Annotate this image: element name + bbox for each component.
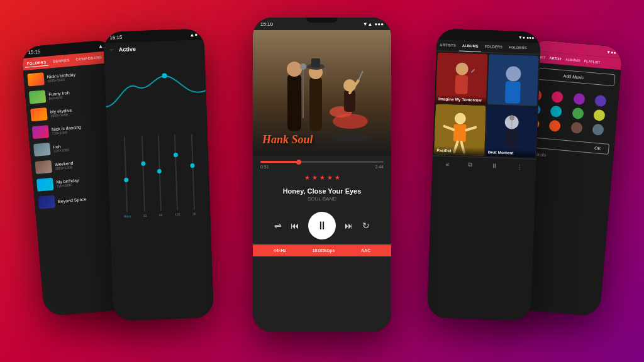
track-artist: SOUL BAND: [253, 196, 391, 202]
tab-folders-cr[interactable]: FOLDERS: [481, 41, 506, 53]
svg-rect-20: [455, 75, 468, 94]
layers-icon[interactable]: ⧉: [468, 161, 472, 168]
bitrate: 10335kbps: [313, 248, 335, 253]
progress-thumb[interactable]: [296, 160, 301, 165]
tab-albums[interactable]: ALBUMS: [459, 40, 482, 52]
color-deep-purple[interactable]: [594, 95, 607, 107]
next-button[interactable]: ⏭: [345, 221, 353, 231]
time-cl: 15:15: [109, 34, 122, 40]
thumb-dancing: [32, 125, 50, 139]
audio-quality: 44kHz: [274, 248, 286, 253]
thumb-skydive: [30, 107, 48, 121]
svg-rect-27: [453, 124, 467, 142]
phones-container: 15:15 ▲ ● FOLDERS GENRES COMPOSERS P Nic…: [20, 11, 624, 351]
tab-artist2[interactable]: ARTIST: [547, 55, 564, 62]
tab-folders2[interactable]: FOLDERS: [506, 42, 530, 53]
svg-rect-34: [504, 129, 518, 148]
star-rating[interactable]: ★ ★ ★ ★ ★: [253, 170, 391, 185]
format: AAC: [361, 248, 370, 253]
svg-rect-24: [504, 81, 520, 104]
thumb-weekend: [35, 160, 52, 174]
time-current: 0:51: [260, 165, 269, 169]
tab-artists[interactable]: ARTISTS: [436, 40, 459, 51]
repeat-button[interactable]: ↻: [362, 221, 370, 231]
svg-point-0: [162, 73, 167, 78]
eq-curve-area: [104, 53, 207, 126]
color-blue-grey[interactable]: [592, 124, 604, 136]
color-pink[interactable]: [552, 91, 564, 104]
color-lime[interactable]: [593, 109, 606, 122]
color-cyan[interactable]: [550, 106, 563, 118]
phone-center-right-screen: ▼● ●●● ARTISTS ALBUMS FOLDERS FOLDERS: [427, 28, 541, 321]
progress-times: 0:51 2:44: [260, 165, 384, 169]
star-4[interactable]: ★: [327, 174, 333, 181]
album-name-beat: Beat Moment: [488, 150, 533, 155]
album-bottom-bar: ≡ ⧉ ⏸ ⋮: [432, 155, 536, 175]
album-item-pacifist[interactable]: Pacifist: [434, 104, 486, 156]
phone-center-left: 15:15 ▲● ← Active: [103, 28, 214, 321]
svg-point-10: [287, 62, 302, 77]
add-music-button[interactable]: Add Music: [531, 67, 615, 86]
progress-bar[interactable]: [260, 161, 384, 163]
album-grid: Imagine My Tomorrow: [433, 51, 540, 159]
progress-fill: [260, 161, 297, 163]
star-3[interactable]: ★: [319, 174, 325, 181]
color-deep-orange[interactable]: [549, 120, 562, 133]
phone-center: 15:10 ▼▲ ●●●: [253, 18, 391, 332]
album-name-imagine: Imagine My Tomorrow: [438, 96, 484, 102]
tab-folders[interactable]: FOLDERS: [25, 59, 48, 68]
phone-center-right: ▼● ●●● ARTISTS ALBUMS FOLDERS FOLDERS: [427, 28, 541, 321]
thumb-iroh: [33, 143, 51, 156]
player-time: 15:10: [260, 21, 273, 27]
album-art-text: Hank Soul: [262, 133, 313, 146]
tab-composers[interactable]: COMPOSERS: [74, 54, 104, 63]
thumb-birthday: [27, 72, 45, 86]
svg-line-35: [511, 119, 512, 129]
album-art: Hank Soul: [253, 30, 391, 156]
time-left: 15:15: [28, 48, 41, 55]
shuffle-button[interactable]: ⇌: [274, 221, 282, 231]
phone-center-left-screen: 15:15 ▲● ← Active: [103, 28, 214, 321]
star-2[interactable]: ★: [312, 174, 318, 181]
track-title: Honey, Close Your Eyes: [253, 187, 391, 195]
svg-rect-13: [309, 77, 322, 131]
eq-sliders-area: Bass 31 62: [106, 122, 211, 229]
dots-icon[interactable]: ⋮: [516, 163, 523, 170]
previous-button[interactable]: ⏮: [291, 221, 299, 231]
progress-bar-container[interactable]: 0:51 2:44: [253, 156, 391, 170]
menu-icon[interactable]: ≡: [445, 160, 449, 167]
track-info: Honey, Close Your Eyes SOUL BAND: [253, 185, 391, 204]
album-art-container: Hank Soul: [253, 30, 391, 156]
tab-playlist[interactable]: PLAYLIST: [582, 58, 602, 66]
album-item-empty[interactable]: [487, 54, 538, 106]
color-purple[interactable]: [573, 93, 586, 106]
star-5[interactable]: ★: [335, 174, 340, 181]
thumb-funny: [29, 90, 47, 104]
notch: [306, 18, 338, 23]
player-meta: 44kHz 10335kbps AAC: [253, 244, 391, 256]
color-brown[interactable]: [570, 122, 583, 134]
pause-button[interactable]: ⏸: [308, 212, 336, 239]
tab-albums-right[interactable]: ALBUMS: [564, 56, 582, 64]
svg-rect-16: [311, 58, 320, 67]
thumb-beyond: [38, 195, 55, 209]
color-green[interactable]: [572, 107, 584, 120]
star-1[interactable]: ★: [304, 174, 310, 181]
tab-genres[interactable]: GENRES: [50, 57, 72, 65]
album-name-pacifist: Pacifist: [436, 148, 482, 153]
back-icon[interactable]: ←: [109, 46, 115, 53]
pause-icon: ⏸: [316, 219, 328, 233]
thumb-my-birthday: [36, 178, 54, 192]
eq-title: Active: [119, 46, 136, 53]
album-item-beat[interactable]: Beat Moment: [486, 106, 537, 158]
svg-rect-9: [287, 74, 301, 131]
svg-point-2: [331, 132, 369, 142]
pause-small-icon[interactable]: ⏸: [491, 162, 497, 169]
phone-center-screen: 15:10 ▼▲ ●●●: [253, 18, 391, 332]
status-icons-center: ▼▲ ●●●: [363, 21, 384, 27]
player-controls: ⇌ ⏮ ⏸ ⏭ ↻: [253, 204, 391, 244]
svg-point-12: [300, 63, 306, 70]
album-item-imagine[interactable]: Imagine My Tomorrow: [436, 52, 487, 104]
time-total: 2:44: [375, 165, 384, 169]
